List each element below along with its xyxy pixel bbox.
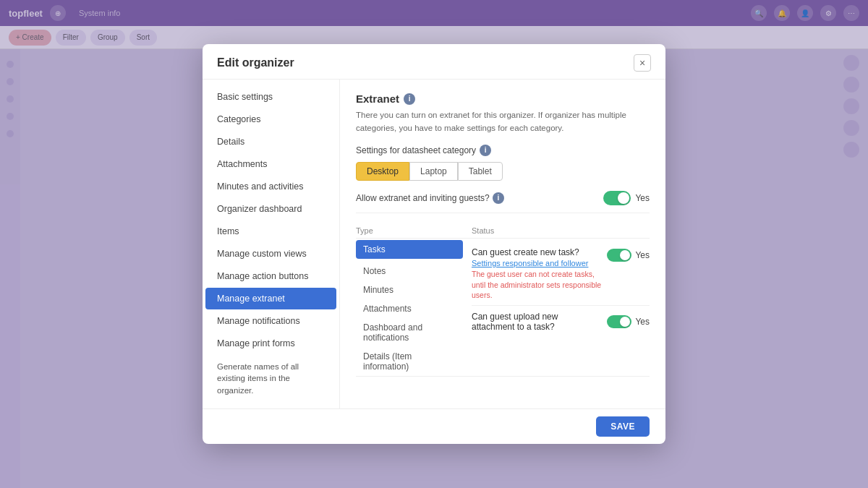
allow-extranet-toggle[interactable] (603, 191, 631, 205)
task-upload-label: Can guest upload new attachment to a tas… (472, 312, 601, 332)
save-button[interactable]: SAVE (596, 416, 650, 437)
allow-extranet-toggle-wrap: Yes (603, 191, 650, 205)
task-create-row: Can guest create new task? Settings resp… (472, 243, 650, 306)
tasks-section: Tasks Notes Minutes Attachments Dashboar… (356, 240, 650, 377)
device-tabs: Desktop Laptop Tablet (356, 162, 650, 181)
sidebar-item-basic-settings[interactable]: Basic settings (205, 86, 336, 108)
allow-info-icon[interactable]: i (493, 192, 504, 204)
tasks-detail-panel: Can guest create new task? Settings resp… (472, 240, 650, 376)
sidebar-item-items[interactable]: Items (205, 221, 336, 242)
sidebar-item-attachments[interactable]: Attachments (205, 153, 336, 175)
sidebar-item-manage-extranet[interactable]: Manage extranet (205, 288, 336, 309)
details-nav-item[interactable]: Details (Item information) (356, 347, 463, 376)
allow-extranet-label: Allow extranet and inviting guests? i (356, 192, 504, 204)
task-create-yes: Yes (635, 250, 650, 260)
task-upload-toggle-wrap: Yes (607, 315, 650, 328)
minutes-nav-item[interactable]: Minutes (356, 281, 463, 299)
settings-category-label: Settings for datasheet category i (356, 145, 650, 156)
task-create-toggle[interactable] (607, 249, 631, 262)
sidebar-item-manage-custom-views[interactable]: Manage custom views (205, 243, 336, 265)
sidebar-item-categories[interactable]: Categories (205, 108, 336, 130)
settings-info-icon[interactable]: i (480, 145, 491, 156)
sidebar-item-generate-names[interactable]: Generate names of all existing items in … (205, 355, 336, 401)
task-upload-yes: Yes (635, 317, 650, 327)
allow-extranet-yes: Yes (635, 193, 650, 203)
extranet-section-title: Extranet i (356, 93, 650, 105)
info-icon[interactable]: i (404, 93, 415, 105)
attachments-nav-item[interactable]: Attachments (356, 299, 463, 318)
dashboard-nav-item[interactable]: Dashboard and notifications (356, 318, 463, 347)
modal-body: Basic settings Categories Details Attach… (203, 80, 665, 408)
task-create-toggle-wrap: Yes (607, 247, 650, 262)
modal-title: Edit organizer (217, 56, 294, 69)
edit-organizer-modal: Edit organizer × Basic settings Categori… (203, 44, 665, 443)
sidebar-item-organizer-dashboard[interactable]: Organizer dashboard (205, 198, 336, 220)
tasks-nav-item[interactable]: Tasks (356, 240, 463, 259)
modal-close-button[interactable]: × (634, 54, 651, 72)
tab-tablet[interactable]: Tablet (458, 162, 503, 181)
task-create-warning: The guest user can not create tasks, unt… (472, 269, 601, 301)
modal-backdrop: Edit organizer × Basic settings Categori… (0, 0, 868, 488)
modal-sidebar: Basic settings Categories Details Attach… (203, 80, 340, 408)
tasks-left-panel: Tasks Notes Minutes Attachments Dashboar… (356, 240, 472, 376)
sidebar-item-manage-notifications[interactable]: Manage notifications (205, 310, 336, 332)
extranet-description: There you can turn on extranet for this … (356, 109, 650, 134)
settings-responsible-link[interactable]: Settings responsible and follower (472, 259, 601, 267)
task-create-label: Can guest create new task? (472, 247, 601, 257)
allow-extranet-row: Allow extranet and inviting guests? i Ye… (356, 191, 650, 213)
modal-header: Edit organizer × (203, 44, 665, 80)
sidebar-item-manage-action-buttons[interactable]: Manage action buttons (205, 265, 336, 287)
sidebar-item-manage-print-forms[interactable]: Manage print forms (205, 333, 336, 354)
sidebar-item-details[interactable]: Details (205, 131, 336, 153)
tab-laptop[interactable]: Laptop (409, 162, 458, 181)
table-header: Type Status (356, 223, 650, 239)
task-create-info: Can guest create new task? Settings resp… (472, 247, 601, 301)
extranet-title-text: Extranet (356, 93, 399, 105)
sidebar-item-minutes-activities[interactable]: Minutes and activities (205, 176, 336, 197)
task-upload-toggle[interactable] (607, 315, 631, 328)
modal-footer: SAVE (203, 408, 665, 444)
notes-nav-item[interactable]: Notes (356, 262, 463, 281)
tab-desktop[interactable]: Desktop (356, 162, 409, 181)
modal-main-content: Extranet i There you can turn on extrane… (340, 80, 665, 408)
col-header-type: Type (356, 226, 472, 235)
col-header-status: Status (472, 226, 544, 235)
task-upload-row: Can guest upload new attachment to a tas… (472, 306, 650, 338)
